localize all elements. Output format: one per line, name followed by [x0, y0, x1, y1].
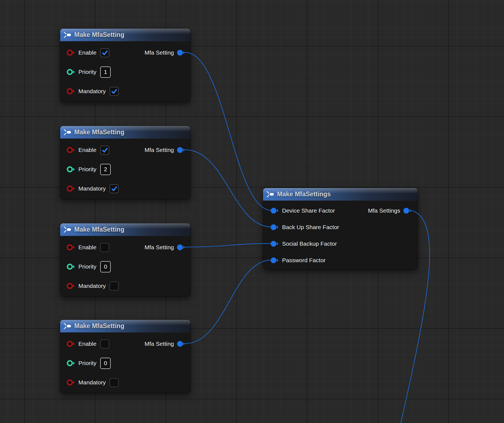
pin-label: Social Backup Factor — [282, 240, 337, 247]
pin-row: Priority 2 — [60, 160, 190, 179]
enable-checkbox[interactable] — [100, 146, 109, 155]
pin-label: Mfa Setting — [145, 244, 174, 251]
pin-row: Mandatory — [60, 276, 190, 296]
wire-mfasetting3-to-social-backup-factor[interactable] — [185, 243, 272, 247]
make-struct-icon — [64, 129, 71, 135]
pin-row: Enable Mfa Setting — [60, 43, 190, 62]
enable-checkbox[interactable] — [100, 339, 109, 349]
priority-input[interactable]: 0 — [100, 261, 111, 272]
pin-label: Priority — [78, 263, 96, 270]
pin-label: Mandatory — [78, 88, 106, 95]
make-struct-icon — [267, 191, 274, 197]
struct-pin-icon[interactable] — [270, 257, 279, 264]
pin-label: Mfa Settings — [368, 207, 400, 214]
node-body: Enable Mfa Setting Priority 1 — [60, 41, 190, 102]
priority-input[interactable]: 0 — [100, 358, 111, 369]
pin-row: Mandatory — [60, 179, 190, 198]
make-struct-icon — [64, 32, 71, 38]
pin-label: Mfa Setting — [145, 147, 174, 153]
pin-row: Back Up Share Factor — [263, 219, 418, 235]
node-title: Make MfaSetting — [74, 322, 124, 330]
mandatory-checkbox[interactable] — [110, 184, 119, 193]
bool-pin-icon[interactable] — [67, 379, 75, 386]
struct-pin-icon[interactable] — [177, 340, 185, 347]
node-title: Make MfaSetting — [74, 226, 124, 233]
pin-label: Priority — [78, 69, 96, 75]
pin-row: Mandatory — [60, 82, 190, 101]
node-body: Enable Mfa Setting Priority 2 — [60, 139, 190, 199]
node-make-mfasetting-1[interactable]: Make MfaSetting Enable Mfa Setting — [60, 29, 190, 102]
struct-pin-icon[interactable] — [177, 244, 185, 251]
bool-pin-icon[interactable] — [67, 49, 75, 56]
struct-pin-icon[interactable] — [270, 240, 279, 247]
pin-label: Enable — [78, 244, 96, 251]
node-make-mfasetting-4[interactable]: Make MfaSetting Enable Mfa Setting — [60, 320, 190, 393]
pin-label: Mfa Setting — [145, 341, 174, 347]
priority-input[interactable]: 1 — [100, 66, 111, 78]
bool-pin-icon[interactable] — [67, 146, 75, 154]
int-pin-icon[interactable] — [67, 360, 75, 367]
node-title: Make MfaSetting — [74, 128, 124, 136]
int-pin-icon[interactable] — [67, 263, 75, 270]
pin-row: Enable Mfa Setting — [60, 238, 190, 257]
node-body: Device Share Factor Mfa Settings Back Up… — [263, 201, 418, 269]
node-title: Make MfaSettings — [277, 191, 331, 198]
struct-pin-icon[interactable] — [177, 146, 185, 154]
node-make-mfasettings[interactable]: Make MfaSettings Device Share Factor Mfa… — [263, 188, 418, 269]
bool-pin-icon[interactable] — [67, 282, 75, 290]
node-header[interactable]: Make MfaSetting — [60, 320, 190, 333]
pin-row: Device Share Factor Mfa Settings — [263, 202, 418, 219]
struct-pin-icon[interactable] — [270, 207, 279, 214]
bool-pin-icon[interactable] — [67, 244, 75, 251]
struct-pin-icon[interactable] — [403, 207, 412, 214]
int-pin-icon[interactable] — [67, 68, 75, 76]
make-struct-icon — [64, 323, 71, 329]
node-title: Make MfaSetting — [74, 31, 124, 39]
node-body: Enable Mfa Setting Priority 0 — [60, 236, 190, 296]
pin-label: Mandatory — [78, 379, 106, 386]
bool-pin-icon[interactable] — [67, 88, 75, 95]
enable-checkbox[interactable] — [100, 243, 109, 252]
node-header[interactable]: Make MfaSetting — [60, 29, 190, 41]
node-body: Enable Mfa Setting Priority 0 — [60, 333, 190, 393]
wire-mfasetting2-to-back-up-share-factor[interactable] — [185, 150, 272, 227]
node-header[interactable]: Make MfaSetting — [60, 126, 190, 139]
pin-row: Enable Mfa Setting — [60, 334, 190, 354]
make-struct-icon — [64, 226, 71, 233]
pin-label: Password Factor — [282, 257, 326, 264]
pin-row: Social Backup Factor — [263, 235, 418, 252]
enable-checkbox[interactable] — [100, 48, 109, 57]
pin-row: Mandatory — [60, 373, 190, 392]
bool-pin-icon[interactable] — [67, 185, 75, 192]
node-header[interactable]: Make MfaSettings — [263, 188, 418, 201]
mandatory-checkbox[interactable] — [110, 87, 119, 96]
pin-label: Priority — [78, 360, 96, 366]
node-make-mfasetting-3[interactable]: Make MfaSetting Enable Mfa Setting — [60, 223, 190, 296]
pin-label: Mandatory — [78, 185, 106, 192]
graph-canvas[interactable]: Make MfaSetting Enable Mfa Setting — [0, 0, 504, 423]
priority-input[interactable]: 2 — [100, 164, 111, 175]
pin-label: Back Up Share Factor — [282, 224, 339, 231]
pin-row: Priority 1 — [60, 62, 190, 82]
pin-row: Priority 0 — [60, 354, 190, 373]
pin-label: Device Share Factor — [282, 207, 335, 214]
pin-label: Mfa Setting — [145, 49, 174, 56]
pin-label: Enable — [78, 147, 96, 153]
mandatory-checkbox[interactable] — [110, 282, 119, 291]
pin-row: Priority 0 — [60, 257, 190, 276]
wire-mfasetting1-to-device-share-factor[interactable] — [185, 52, 272, 210]
pin-label: Mandatory — [78, 283, 106, 289]
pin-row: Password Factor — [263, 252, 418, 269]
pin-label: Priority — [78, 166, 96, 173]
mandatory-checkbox[interactable] — [110, 378, 119, 387]
node-header[interactable]: Make MfaSetting — [60, 223, 190, 236]
int-pin-icon[interactable] — [67, 166, 75, 173]
wire-mfasetting4-to-password-factor[interactable] — [185, 260, 272, 344]
bool-pin-icon[interactable] — [67, 340, 75, 347]
node-make-mfasetting-2[interactable]: Make MfaSetting Enable Mfa Setting — [60, 126, 190, 199]
pin-label: Enable — [78, 341, 96, 347]
struct-pin-icon[interactable] — [177, 49, 185, 56]
struct-pin-icon[interactable] — [270, 224, 279, 231]
pin-row: Enable Mfa Setting — [60, 140, 190, 160]
pin-label: Enable — [78, 49, 96, 56]
